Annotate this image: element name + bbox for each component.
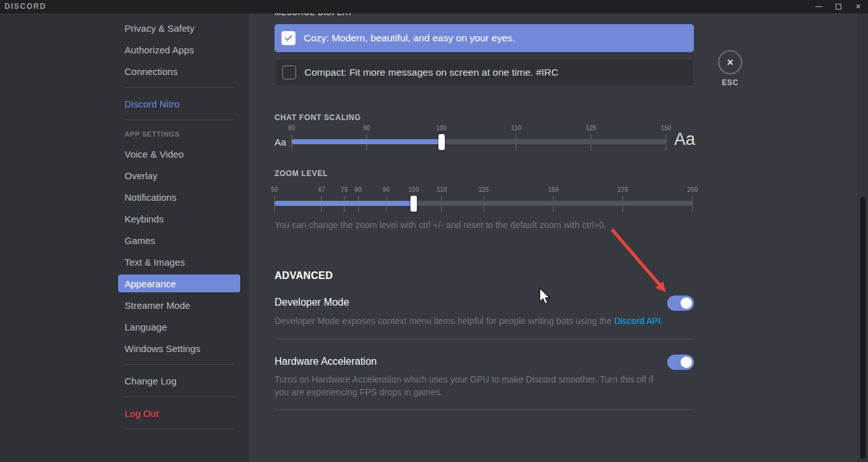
sidebar-item-change-log[interactable]: Change Log <box>118 370 240 391</box>
slider-fill <box>275 201 414 206</box>
divider <box>275 409 693 410</box>
slider-tick-label: 75 <box>341 186 348 193</box>
sidebar-item-voice-video[interactable]: Voice & Video <box>118 143 240 165</box>
sidebar-item-label: Language <box>125 322 167 332</box>
vertical-scrollbar[interactable] <box>858 13 868 462</box>
cozy-option[interactable]: Cozy: Modern, beautiful, and easy on you… <box>275 24 694 52</box>
hardware-acceleration-description: Turns on Hardware Acceleration which use… <box>275 373 670 398</box>
sidebar-item-label: Appearance <box>125 278 176 289</box>
toggle-knob <box>681 297 692 309</box>
slider-tick-label: 50 <box>271 186 278 193</box>
developer-mode-toggle[interactable] <box>667 296 694 311</box>
slider-fill <box>292 139 442 144</box>
sidebar-item-appearance[interactable]: Appearance <box>118 275 240 292</box>
settings-sidebar-panel: Privacy & Safety Authorized Apps Connect… <box>0 13 249 462</box>
divider <box>125 87 234 88</box>
slider-tick-label: 110 <box>511 125 521 132</box>
scrollbar-thumb[interactable] <box>860 197 865 459</box>
hardware-acceleration-toggle[interactable] <box>667 355 694 370</box>
developer-mode-description: Developer Mode exposes context menu item… <box>275 315 694 327</box>
close-icon: ✕ <box>726 57 734 67</box>
discord-logo: DISCORD <box>4 2 46 11</box>
slider-tick-label: 110 <box>437 186 447 193</box>
hardware-acceleration-label: Hardware Acceleration <box>275 356 377 367</box>
slider-tick-label: 125 <box>478 186 489 193</box>
cozy-checkbox[interactable] <box>281 31 295 45</box>
settings-nav: Privacy & Safety Authorized Apps Connect… <box>118 13 240 435</box>
sidebar-item-label: Streamer Mode <box>125 300 190 311</box>
chat-font-scaling-header: CHAT FONT SCALING <box>275 113 361 122</box>
slider-tick-label: 80 <box>288 125 295 132</box>
checkmark-icon <box>285 33 292 41</box>
sidebar-item-label: Discord Nitro <box>125 99 180 109</box>
font-preview-small: Aa <box>275 137 286 147</box>
sidebar-item-label: Authorized Apps <box>125 44 194 55</box>
zoom-level-slider[interactable]: 5067758090100110125150175200 <box>275 186 693 215</box>
slider-handle[interactable] <box>438 134 445 150</box>
chat-font-scaling-slider[interactable]: 8090100110125150 <box>292 125 666 154</box>
sidebar-item-label: Windows Settings <box>125 343 200 354</box>
sidebar-item-notifications[interactable]: Notifications <box>118 186 240 208</box>
developer-mode-label: Developer Mode <box>275 297 349 308</box>
titlebar: DISCORD ✕ <box>0 0 868 13</box>
close-window-button[interactable]: ✕ <box>848 0 868 13</box>
sidebar-item-authorized-apps[interactable]: Authorized Apps <box>118 39 240 60</box>
sidebar-item-label: Privacy & Safety <box>125 23 194 34</box>
sidebar-item-discord-nitro[interactable]: Discord Nitro <box>118 93 240 114</box>
zoom-level-help-text: You can change the zoom level with ctrl … <box>275 220 606 230</box>
sidebar-item-log-out[interactable]: Log Out <box>118 402 240 424</box>
sidebar-item-label: Notifications <box>125 192 177 203</box>
sidebar-item-label: Games <box>125 235 155 246</box>
sidebar-item-text-images[interactable]: Text & Images <box>118 251 240 273</box>
sidebar-item-connections[interactable]: Connections <box>118 60 240 82</box>
slider-tick-label: 90 <box>363 125 370 132</box>
developer-mode-description-text: Developer Mode exposes context menu item… <box>275 316 614 326</box>
compact-checkbox[interactable] <box>282 65 296 79</box>
divider <box>125 119 234 120</box>
slider-tick-label: 80 <box>355 186 362 193</box>
sidebar-item-overlay[interactable]: Overlay <box>118 165 240 186</box>
sidebar-item-privacy-safety[interactable]: Privacy & Safety <box>118 17 240 39</box>
slider-tick-label: 100 <box>409 186 419 193</box>
divider <box>125 397 234 397</box>
sidebar-item-label: Connections <box>125 66 177 77</box>
esc-label: ESC <box>718 78 742 87</box>
sidebar-section-app-settings: APP SETTINGS <box>118 125 240 143</box>
minimize-button[interactable] <box>809 0 829 13</box>
close-settings-group: ✕ ESC <box>718 50 742 87</box>
minimize-icon <box>815 6 822 7</box>
sidebar-item-label: Keybinds <box>125 214 164 224</box>
slider-handle[interactable] <box>410 196 417 212</box>
slider-tick-label: 67 <box>318 186 325 193</box>
discord-api-link[interactable]: Discord API. <box>614 316 663 326</box>
sidebar-item-label: Log Out <box>125 408 158 419</box>
sidebar-item-label: Voice & Video <box>125 149 184 160</box>
sidebar-item-label: Overlay <box>125 170 158 181</box>
maximize-button[interactable] <box>829 0 848 13</box>
window-controls: ✕ <box>809 0 868 13</box>
divider <box>125 429 234 430</box>
sidebar-item-language[interactable]: Language <box>118 316 240 337</box>
divider <box>275 339 693 339</box>
slider-tick-label: 100 <box>436 125 447 132</box>
sidebar-item-keybinds[interactable]: Keybinds <box>118 208 240 229</box>
close-settings-button[interactable]: ✕ <box>718 50 742 74</box>
slider-tick-label: 90 <box>383 186 390 193</box>
slider-tick-label: 125 <box>586 125 597 132</box>
toggle-knob <box>681 357 692 368</box>
slider-tick-label: 175 <box>618 186 628 193</box>
divider <box>125 364 234 365</box>
advanced-header: ADVANCED <box>275 270 333 282</box>
slider-tick-label: 150 <box>661 125 672 132</box>
font-preview-large: Aa <box>674 130 695 149</box>
sidebar-item-windows-settings[interactable]: Windows Settings <box>118 337 240 359</box>
compact-option[interactable]: Compact: Fit more messages on screen at … <box>275 58 694 86</box>
appearance-settings-content: MESSAGE DISPLAY Cozy: Modern, beautiful,… <box>275 0 694 462</box>
maximize-icon <box>836 4 841 10</box>
slider-tick-label: 200 <box>688 186 698 193</box>
sidebar-item-label: Text & Images <box>125 257 185 268</box>
zoom-level-header: ZOOM LEVEL <box>275 169 328 178</box>
close-icon: ✕ <box>855 3 861 10</box>
sidebar-item-streamer-mode[interactable]: Streamer Mode <box>118 294 240 316</box>
sidebar-item-games[interactable]: Games <box>118 229 240 251</box>
